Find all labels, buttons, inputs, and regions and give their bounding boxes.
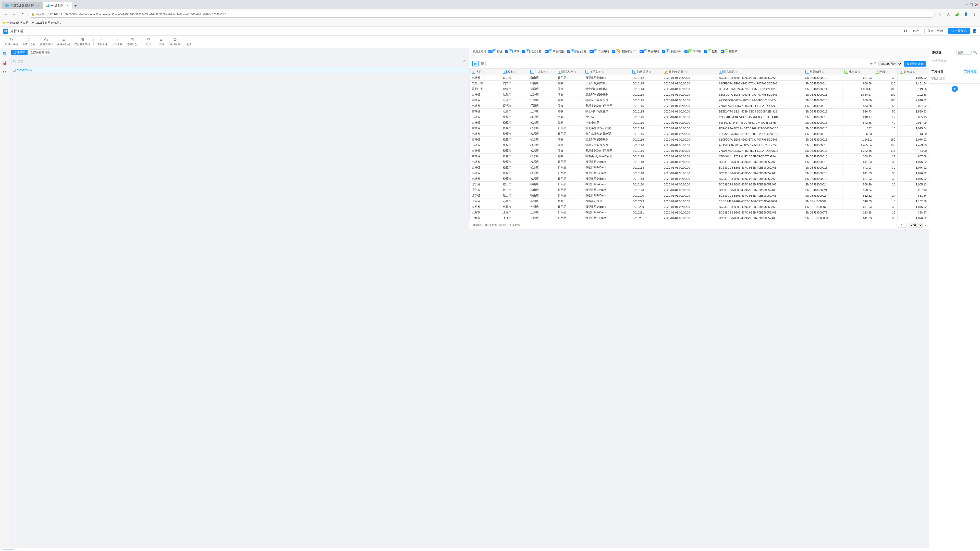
quantity-checkbox[interactable] — [704, 50, 707, 53]
minimize-button[interactable]: ─ — [965, 2, 968, 7]
forward-button[interactable]: → — [11, 11, 18, 18]
col-province-header[interactable]: T 省份 ⇅ — [469, 69, 501, 75]
translate-icon[interactable]: A — [945, 11, 952, 18]
tab-close-btn[interactable]: ✕ — [37, 4, 40, 7]
add-icon-btn[interactable]: + — [952, 86, 958, 92]
refresh-small-icon[interactable]: ↺ — [463, 60, 465, 63]
all-save-update-button[interactable]: 全部保存开更新 — [29, 49, 52, 56]
col-store-code-header[interactable]: T 门店编码 ⇅ — [630, 69, 662, 75]
refresh-button[interactable]: ↻ — [19, 11, 27, 18]
field-product-code[interactable]: T 商品编码 — [638, 49, 660, 54]
other-add-button[interactable]: ⊞ 其他表添加列 — [73, 36, 92, 47]
col-unit-price-code-header[interactable]: T 单票编码 ⇅ — [803, 69, 842, 75]
new-tab-button[interactable]: + — [72, 2, 79, 9]
col-product-code-header[interactable]: T 商品编码 ⇅ — [717, 69, 803, 75]
province-sort-icon[interactable]: ⇅ — [482, 70, 484, 73]
col-cost-header[interactable]: # 成本额 ⇅ — [842, 69, 874, 75]
more-button[interactable]: … 更多 — [183, 37, 195, 47]
page-next-icon[interactable]: › — [925, 224, 926, 227]
extensions-icon[interactable]: 🧩 — [953, 11, 961, 18]
sort-button[interactable]: ≡ 排序 — [155, 37, 167, 47]
field-product-type[interactable]: T 商品类别 — [544, 49, 565, 54]
product-code-sort-icon[interactable]: ⇅ — [735, 70, 737, 73]
data-tab-bottom[interactable]: 📊 数据 — [3, 549, 14, 551]
cost-checkbox[interactable] — [684, 50, 687, 53]
page-number-input[interactable] — [897, 223, 907, 227]
sales-sort-icon[interactable]: ⇅ — [913, 70, 915, 73]
data-tool-icon[interactable]: ☰ — [1, 50, 8, 57]
field-quantity[interactable]: # 数量 — [703, 49, 719, 54]
menu-icon[interactable]: ⋮ — [971, 11, 978, 18]
bookmark-star-icon[interactable]: ☆ — [936, 11, 943, 18]
tab-close-btn2[interactable]: ✕ — [66, 4, 69, 7]
city-sort-icon[interactable]: ⇅ — [514, 70, 516, 73]
product-type-sort-icon[interactable]: ⇅ — [574, 70, 576, 73]
field-province[interactable]: T 省份 — [487, 49, 503, 54]
right-search-input[interactable] — [956, 50, 972, 55]
product-type-checkbox[interactable] — [545, 50, 548, 53]
field-store-name[interactable]: T 门店名称 — [521, 49, 542, 54]
header-refresh-icon[interactable]: ↺ — [904, 28, 907, 34]
field-sales[interactable]: # 销售额 — [720, 49, 738, 54]
product-name-sort-icon[interactable]: ⇅ — [602, 70, 604, 73]
bookmark-java[interactable]: ☕ Java互联网架构师... — [31, 21, 61, 25]
table-scroll-container[interactable]: T 省份 ⇅ T 城市 ⇅ — [469, 68, 929, 221]
field-settings-button[interactable]: ⚙ 字段设置 — [168, 36, 182, 47]
condition-col-button[interactable]: ≡ 条件标记列 — [55, 37, 72, 47]
sales-checkbox[interactable] — [721, 50, 724, 53]
filter-button[interactable]: ▽ 过滤 — [142, 36, 155, 47]
close-window-button[interactable]: ✕ — [975, 2, 978, 7]
tab-analysis[interactable]: 📊 分析主题 ✕ — [43, 2, 72, 9]
bookmark-ecommerce[interactable]: ⭐ 电商618数据大屏 — [2, 21, 28, 25]
component-tab-bottom[interactable]: 🧩 组件 — [18, 550, 29, 551]
quantity-sort-icon[interactable]: ⇅ — [886, 70, 889, 73]
date-checkbox[interactable] — [612, 50, 615, 53]
city-checkbox[interactable] — [505, 50, 508, 53]
profile-icon[interactable]: 👤 — [962, 11, 969, 18]
grid-view-button[interactable]: ⊞ — [473, 61, 479, 67]
col-store-header[interactable]: T 门店名称 ⇅ — [528, 69, 556, 75]
field-product-name[interactable]: T 商品名称 — [566, 49, 587, 54]
up-merge-button[interactable]: ↕ 上下合并 — [110, 37, 124, 47]
search-icon-right[interactable]: 🔍 — [973, 51, 977, 54]
product-code-checkbox[interactable] — [640, 50, 643, 53]
date-sort-icon[interactable]: ⇅ — [685, 70, 687, 73]
province-checkbox[interactable] — [488, 50, 492, 53]
col-city-header[interactable]: T 城市 ⇅ — [501, 69, 528, 75]
preview-button[interactable]: 进出并预览 — [948, 28, 970, 34]
tab-ecommerce[interactable]: 🌐 电商618数据大屏 ✕ — [2, 2, 43, 9]
left-merge-button[interactable]: ↔ 左右合并 — [95, 37, 110, 47]
address-input[interactable]: 🔒 不安全 | 192.168.171.80:8080/finebi/decis… — [28, 11, 935, 17]
calculate-button[interactable]: 数据进行计算 — [904, 61, 926, 67]
cost-sort-icon[interactable]: ⇅ — [858, 70, 860, 73]
col-product-type-header[interactable]: T 商品类别 ⇅ — [556, 69, 584, 75]
save-button[interactable]: 保存 — [910, 27, 922, 35]
back-button[interactable]: ← — [2, 11, 9, 18]
unit-price-code-checkbox[interactable] — [662, 50, 665, 53]
store-code-sort-icon[interactable]: ⇅ — [649, 70, 651, 73]
new-aggregate-button[interactable]: Σ 新增汇总列 — [21, 37, 37, 47]
page-size-select[interactable]: / 50 / 100 / 200 — [909, 223, 923, 228]
settings-tool-icon[interactable]: ⚙ — [1, 68, 8, 76]
new-formula-button[interactable]: ƒx 新建公式列 — [3, 37, 20, 47]
field-unit-price-code[interactable]: T 单票编码 — [661, 49, 682, 54]
maximize-button[interactable]: □ — [970, 2, 973, 7]
store-code-checkbox[interactable] — [590, 50, 593, 53]
rows-select[interactable]: 前1000万行 前100万行 前10万行 — [878, 61, 902, 66]
field-city[interactable]: T 城市 — [504, 49, 520, 54]
component-tool-icon[interactable]: 📊 — [1, 59, 8, 66]
col-quantity-header[interactable]: # 数量 ⇅ — [874, 69, 897, 75]
store-name-checkbox[interactable] — [522, 50, 525, 53]
col-date-header[interactable]: D 日期(年月日) ⇅ — [662, 69, 717, 75]
field-date[interactable]: D 日期(年月日) — [611, 49, 638, 54]
field-store-code[interactable]: T 门店编码 — [589, 49, 610, 54]
save-update-button[interactable]: 保存并更新 — [924, 27, 946, 35]
all-save-button[interactable]: 全部保存 — [11, 50, 27, 55]
page-prev-icon[interactable]: ‹ — [894, 224, 895, 227]
col-product-name-header[interactable]: T 商品名称 ⇅ — [583, 69, 630, 75]
group-agg-button[interactable]: ⊟ 分组汇总 — [125, 36, 139, 47]
col-sales-header[interactable]: # 销售额 ⇅ — [897, 69, 929, 75]
user-icon[interactable]: 👤 — [972, 29, 977, 33]
field-cost[interactable]: # 成本额 — [683, 49, 702, 54]
search-box[interactable]: 🔍 文文 ↺ — [11, 59, 467, 64]
